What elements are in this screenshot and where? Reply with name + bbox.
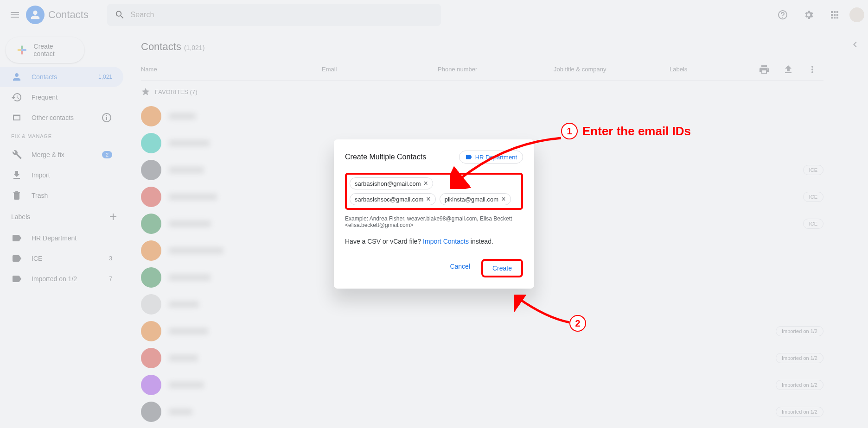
email-chip: pikinsta@gmail.com× [440, 193, 511, 205]
import-line: Have a CSV or vCard file? Import Contact… [345, 238, 523, 245]
label-icon [465, 153, 472, 161]
modal-overlay[interactable]: Create Multiple Contacts HR Department s… [0, 0, 868, 428]
dialog-title: Create Multiple Contacts [345, 153, 426, 161]
remove-chip-icon[interactable]: × [424, 180, 428, 187]
create-multiple-dialog: Create Multiple Contacts HR Department s… [334, 139, 534, 289]
dialog-label-chip[interactable]: HR Department [459, 151, 523, 164]
remove-chip-icon[interactable]: × [501, 195, 505, 203]
example-text: Example: Andrea Fisher, weaver.blake98@g… [345, 215, 523, 228]
email-chip: sarbasishon@gmail.com× [350, 177, 433, 189]
remove-chip-icon[interactable]: × [426, 195, 430, 203]
create-button[interactable]: Create [481, 259, 523, 277]
email-chip: sarbasishsoc@gmail.com× [350, 193, 436, 205]
import-contacts-link[interactable]: Import Contacts [423, 238, 469, 245]
cancel-button[interactable]: Cancel [442, 259, 478, 277]
email-input-box[interactable]: sarbasishon@gmail.com×sarbasishsoc@gmail… [345, 173, 523, 210]
